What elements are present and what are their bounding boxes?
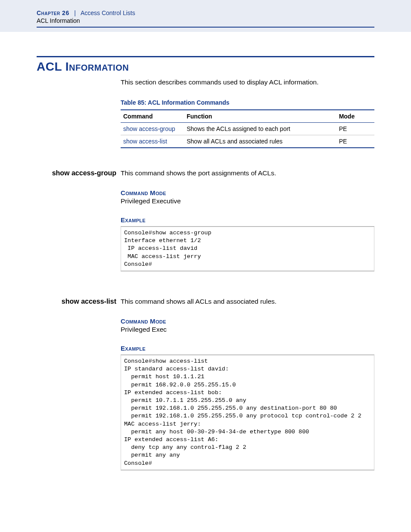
- example-label: Example: [121, 216, 374, 224]
- th-command: Command: [121, 110, 184, 123]
- command-body: Command Mode Privileged Exec Example Con…: [121, 317, 374, 470]
- command-description: This command shows all ACLs and associat…: [121, 297, 374, 306]
- table-row: show access-group Shows the ACLs assigne…: [121, 122, 374, 135]
- acl-info-commands-table: Command Function Mode show access-group …: [121, 109, 374, 148]
- table-header-row: Command Function Mode: [121, 110, 374, 123]
- cell-mode: PE: [336, 122, 374, 135]
- page-body: ACL Information This section describes c…: [37, 32, 374, 532]
- command-mode-label: Command Mode: [121, 189, 374, 196]
- cell-mode: PE: [336, 135, 374, 148]
- command-mode-value: Privileged Executive: [121, 197, 374, 205]
- command-name: show access-list: [37, 298, 121, 305]
- page-header: Chapter 26 | Access Control Lists ACL In…: [37, 9, 374, 28]
- section-heading: ACL Information: [37, 60, 374, 74]
- command-section-show-access-group: show access-group This command shows the…: [37, 169, 374, 271]
- example-label: Example: [121, 345, 374, 352]
- cell-function: Shows the ACLs assigned to each port: [184, 122, 336, 135]
- table-row: show access-list Show all ACLs and assoc…: [121, 135, 374, 148]
- command-title-row: show access-group This command shows the…: [37, 169, 374, 178]
- command-body: Command Mode Privileged Executive Exampl…: [121, 189, 374, 271]
- chapter-title: Access Control Lists: [81, 9, 135, 16]
- command-description: This command shows the port assignments …: [121, 169, 374, 178]
- section-intro: This section describes commands used to …: [121, 78, 374, 87]
- cmd-link-show-access-group[interactable]: show access-group: [123, 125, 175, 132]
- section-rule: [37, 56, 374, 57]
- th-mode: Mode: [336, 110, 374, 123]
- th-function: Function: [184, 110, 336, 123]
- table-caption: Table 85: ACL Information Commands: [121, 99, 374, 106]
- cmd-link-show-access-list[interactable]: show access-list: [123, 138, 167, 145]
- content-column: This section describes commands used to …: [121, 78, 374, 148]
- cell-function: Show all ACLs and associated rules: [184, 135, 336, 148]
- header-line-1: Chapter 26 | Access Control Lists: [37, 9, 374, 16]
- command-mode-label: Command Mode: [121, 317, 374, 325]
- command-title-row: show access-list This command shows all …: [37, 297, 374, 306]
- example-code: Console#show access-group Interface ethe…: [121, 226, 374, 271]
- command-section-show-access-list: show access-list This command shows all …: [37, 297, 374, 470]
- header-separator-2: [76, 9, 79, 16]
- header-subsection: ACL Information: [37, 17, 374, 24]
- command-mode-value: Privileged Exec: [121, 326, 374, 333]
- command-name: show access-group: [37, 169, 121, 177]
- page-header-band: Chapter 26 | Access Control Lists ACL In…: [0, 0, 411, 32]
- chapter-label: Chapter 26: [37, 9, 69, 16]
- example-code: Console#show access-list IP standard acc…: [121, 355, 374, 470]
